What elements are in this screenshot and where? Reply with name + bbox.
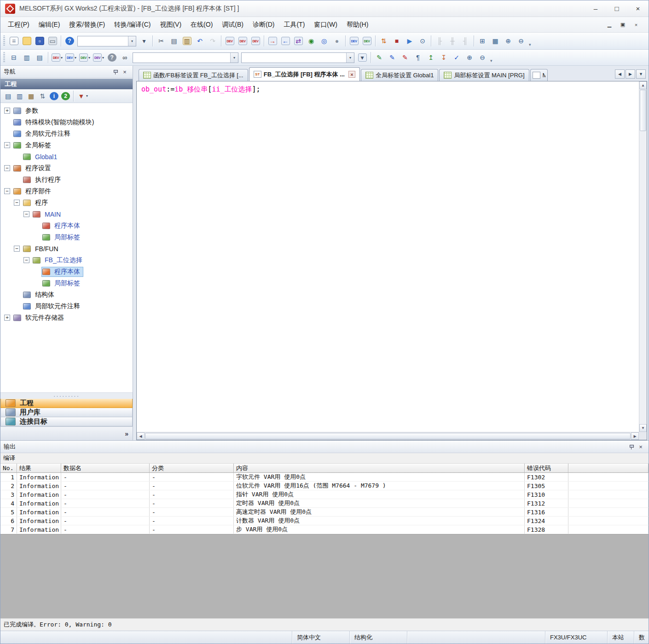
help-icon[interactable]: ?: [64, 35, 75, 47]
sort-icon[interactable]: ⇅: [37, 91, 48, 101]
maximize-button[interactable]: □: [606, 0, 627, 17]
scroll-down-icon[interactable]: ▼: [639, 424, 647, 432]
user-library-button[interactable]: 用户库: [0, 408, 133, 417]
column-header[interactable]: 错误代码: [525, 464, 568, 473]
check-program-icon[interactable]: ✓: [451, 52, 463, 63]
tree-item-program[interactable]: −程序: [0, 197, 133, 208]
column-header[interactable]: 内容: [234, 464, 525, 473]
tab-global-label-setting[interactable]: 全局标签设置 Global1: [361, 69, 438, 81]
standard-toolbar-combo[interactable]: ▾: [77, 36, 136, 46]
tree-expand-icon[interactable]: +: [4, 315, 10, 321]
tree-expand-icon[interactable]: −: [4, 188, 10, 194]
filter-icon[interactable]: ▼▾: [76, 91, 89, 101]
minimize-button[interactable]: –: [585, 0, 606, 17]
combo-dropdown-icon[interactable]: ▾: [128, 36, 136, 46]
browse-icon[interactable]: ▾: [356, 52, 368, 63]
device-comment-write-icon[interactable]: DEV: [224, 35, 236, 47]
device-batch-monitor-icon[interactable]: DEV: [348, 35, 360, 47]
paste-icon[interactable]: ▥: [181, 35, 193, 47]
st-editor[interactable]: ob_out:=ib_移位串[ii_工位选择]; ▲ ▼ ◀ ▶: [136, 81, 647, 440]
tree-expand-icon[interactable]: −: [23, 211, 29, 217]
find-icon[interactable]: ∞: [119, 52, 131, 63]
copy-data-icon[interactable]: ▥: [14, 91, 25, 101]
output-row[interactable]: 6Information--计数器 VAR用 使用0点F1324: [0, 517, 649, 525]
tree-item-program-setting[interactable]: −程序设置: [0, 162, 133, 174]
print-icon[interactable]: ▭: [46, 35, 58, 47]
menu-item[interactable]: 编辑(E): [34, 17, 65, 32]
output-window-icon[interactable]: ▤: [34, 52, 46, 63]
toolbar-overflow-icon[interactable]: ▾: [529, 42, 531, 48]
combo-option-icon[interactable]: ▾: [138, 35, 150, 47]
read-from-plc-icon[interactable]: ←: [279, 35, 291, 47]
tree-item-main[interactable]: −MAIN: [0, 208, 133, 220]
find-keyword-combo[interactable]: ▾: [241, 52, 354, 63]
monitor-mode-icon[interactable]: ◉: [305, 35, 317, 47]
tree-item-execution-program[interactable]: 执行程序: [0, 174, 133, 185]
display-header-icon[interactable]: ⊞: [476, 35, 488, 47]
menu-item[interactable]: 搜索/替换(F): [64, 17, 110, 32]
output-row[interactable]: 5Information--高速定时器 VAR用 使用0点F1316: [0, 508, 649, 517]
start-monitoring-icon[interactable]: ⇅: [378, 35, 390, 47]
save-project-icon[interactable]: ▫: [34, 35, 46, 47]
comment-edit-icon[interactable]: ✎: [373, 52, 385, 63]
menu-item[interactable]: 帮助(H): [342, 17, 373, 32]
menu-item[interactable]: 视图(V): [155, 17, 186, 32]
vertical-scroll-thumb[interactable]: [640, 90, 646, 131]
tab-fb-label-setting[interactable]: 函数/FB标签设置 FB_工位选择 [...: [139, 69, 248, 81]
code-line[interactable]: ob_out:=ib_移位串[ii_工位选择];: [137, 81, 639, 432]
menu-item[interactable]: 诊断(D): [248, 17, 279, 32]
mdi-minimize-button[interactable]: ▁: [603, 20, 615, 29]
menu-item[interactable]: 工程(P): [3, 17, 34, 32]
scroll-up-icon[interactable]: ▲: [639, 81, 647, 89]
scroll-right-icon[interactable]: ▶: [631, 432, 639, 440]
tab-clipped[interactable]: M: [530, 69, 548, 81]
device-batch-replace-icon[interactable]: DEV▾: [64, 52, 77, 63]
vertical-scrollbar[interactable]: ▲ ▼: [639, 81, 647, 432]
menu-item[interactable]: 转换/编译(C): [110, 17, 155, 32]
vertical-splitter[interactable]: [133, 66, 136, 440]
project-button[interactable]: 工程: [0, 399, 133, 408]
monitor-write-mode-icon[interactable]: ◎: [318, 35, 330, 47]
tree-expand-icon[interactable]: −: [23, 257, 29, 263]
column-header[interactable]: 分类: [150, 464, 234, 473]
navigation-close-icon[interactable]: ×: [120, 68, 129, 76]
stop-monitoring-icon[interactable]: ■: [391, 35, 403, 47]
output-row[interactable]: 7Information--步 VAR用 使用0点F1328: [0, 525, 649, 534]
connection-destination-button[interactable]: 连接目标: [0, 417, 133, 426]
tree-item-global-label[interactable]: −全局标签: [0, 139, 133, 151]
device-comment-read-icon[interactable]: DEV: [237, 35, 249, 47]
cross-reference-icon[interactable]: DEV▾: [78, 52, 91, 63]
device-test-icon[interactable]: DEV: [361, 35, 373, 47]
horizontal-scrollbar[interactable]: ◀ ▶: [137, 432, 639, 440]
navigation-window-icon[interactable]: ⊟: [8, 52, 20, 63]
property-icon[interactable]: i: [49, 91, 59, 101]
find-target-combo[interactable]: ▾: [133, 52, 238, 63]
tab-close-icon[interactable]: ×: [348, 71, 355, 78]
tree-item-device-memory[interactable]: +软元件存储器: [0, 312, 133, 323]
tab-scroll-left-icon[interactable]: ◀: [615, 69, 625, 79]
list-display-icon[interactable]: ▦: [489, 35, 501, 47]
tree-item-fb-local-label[interactable]: 局部标签: [0, 277, 133, 289]
tree-item-global-device-comment[interactable]: 全局软元件注释: [0, 128, 133, 139]
tree-item-intelligent-function-module[interactable]: 特殊模块(智能功能模块): [0, 116, 133, 128]
tree-item-pou[interactable]: −程序部件: [0, 185, 133, 197]
tree-expand-icon[interactable]: −: [14, 246, 20, 252]
watch-window-icon[interactable]: ⊙: [417, 35, 429, 47]
menu-item[interactable]: 窗口(W): [309, 17, 342, 32]
zoom-out-icon[interactable]: ⊖: [515, 35, 527, 47]
note-edit-icon[interactable]: ✎: [399, 52, 411, 63]
write-to-plc-icon[interactable]: →: [267, 35, 278, 47]
output-close-icon[interactable]: ×: [636, 443, 645, 451]
output-row[interactable]: 4Information--定时器 VAR用 使用0点F1312: [0, 499, 649, 508]
tree-item-main-program-body[interactable]: 程序本体: [0, 220, 133, 231]
tree-expand-icon[interactable]: −: [14, 200, 20, 206]
open-project-icon[interactable]: [21, 35, 33, 47]
pause-monitoring-icon[interactable]: ▶: [404, 35, 416, 47]
read-mode-icon[interactable]: ●: [331, 35, 343, 47]
tree-item-main-local-label[interactable]: 局部标签: [0, 231, 133, 243]
output-pin-icon[interactable]: [627, 443, 636, 451]
tab-scroll-right-icon[interactable]: ▶: [626, 69, 635, 79]
horizontal-scroll-thumb[interactable]: [145, 433, 631, 439]
column-header[interactable]: 结果: [17, 464, 61, 473]
paste-data-icon[interactable]: ▦: [26, 91, 36, 101]
